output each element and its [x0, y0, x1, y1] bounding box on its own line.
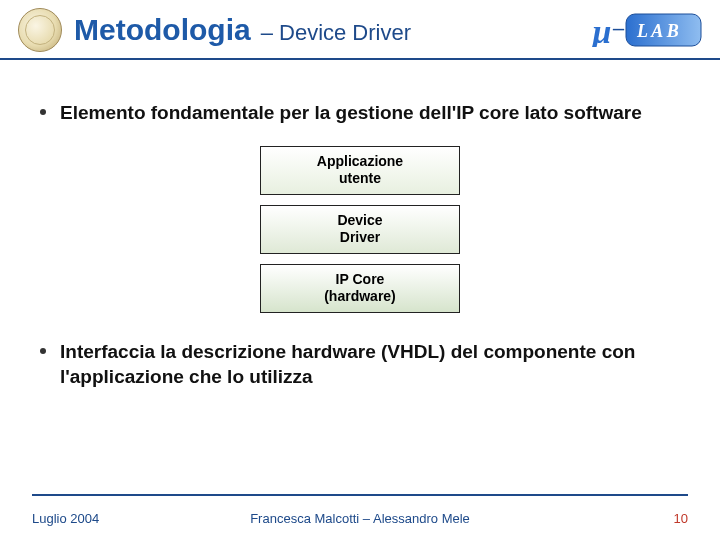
bullet-item: Interfaccia la descrizione hardware (VHD…	[40, 339, 680, 390]
title-line: Metodologia – Device Driver	[74, 13, 582, 47]
logo-text-mu: µ	[592, 13, 612, 47]
title-sub: – Device Driver	[261, 20, 411, 46]
layer-label: Driver	[265, 229, 455, 247]
layer-label: utente	[265, 170, 455, 188]
footer-divider	[32, 494, 688, 496]
layer-label: IP Core	[265, 271, 455, 289]
layer-stack: Applicazione utente Device Driver IP Cor…	[260, 146, 460, 313]
slide-footer: Luglio 2004 Francesca Malcotti – Alessan…	[32, 511, 688, 526]
footer-authors: Francesca Malcotti – Alessandro Mele	[32, 511, 688, 526]
layer-driver: Device Driver	[260, 205, 460, 254]
slide-header: Metodologia – Device Driver L A B µ –	[0, 0, 720, 60]
slide-content: Elemento fondamentale per la gestione de…	[0, 60, 720, 390]
university-seal-icon	[18, 8, 62, 52]
layer-label: Applicazione	[265, 153, 455, 171]
logo-text-dash: –	[612, 15, 625, 40]
layer-label: (hardware)	[265, 288, 455, 306]
bullet-dot-icon	[40, 109, 46, 115]
bullet-text: Interfaccia la descrizione hardware (VHD…	[60, 339, 680, 390]
bullet-text: Elemento fondamentale per la gestione de…	[60, 100, 642, 126]
bullet-item: Elemento fondamentale per la gestione de…	[40, 100, 680, 126]
layer-hardware: IP Core (hardware)	[260, 264, 460, 313]
layer-label: Device	[265, 212, 455, 230]
layer-application: Applicazione utente	[260, 146, 460, 195]
mu-lab-logo-icon: L A B µ –	[592, 13, 702, 47]
title-main: Metodologia	[74, 13, 251, 47]
logo-text-lab: L A B	[636, 21, 679, 41]
bullet-dot-icon	[40, 348, 46, 354]
